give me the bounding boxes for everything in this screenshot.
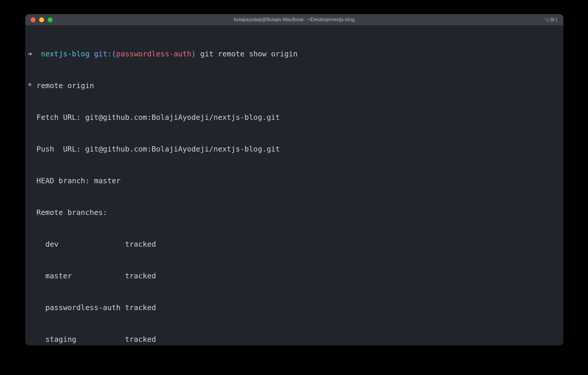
output-line: Push URL: git@github.com:BolajiAyodeji/n…	[25, 144, 563, 154]
pane-shortcut-label: ⌥⌘1	[544, 17, 558, 23]
close-icon[interactable]	[31, 17, 36, 22]
zoom-icon[interactable]	[48, 17, 53, 22]
title-bar: bolajiayodeji@Bolajis-MacBook: ~/Desktop…	[25, 14, 563, 25]
command-text: git remote show origin	[200, 50, 298, 58]
prompt-arrow-icon: ➜	[28, 50, 32, 58]
terminal-area[interactable]: ➜ nextjs-blog git:(passwordless-auth) gi…	[25, 25, 563, 345]
prompt-line: ➜ nextjs-blog git:(passwordless-auth) gi…	[25, 49, 563, 59]
output-line: Fetch URL: git@github.com:BolajiAyodeji/…	[25, 112, 563, 123]
minimize-icon[interactable]	[39, 17, 44, 22]
output-line: Remote branches:	[25, 207, 563, 218]
prompt-directory: nextjs-blog	[41, 50, 90, 58]
window-title: bolajiayodeji@Bolajis-MacBook: ~/Desktop…	[25, 17, 563, 23]
output-line: * remote origin	[25, 80, 563, 91]
prompt-paren-close: )	[191, 50, 196, 58]
output-line: dev tracked	[25, 239, 563, 250]
output-line: passwordless-auth tracked	[25, 302, 563, 313]
prompt-branch: passwordless-auth	[116, 50, 191, 58]
prompt-paren-open: (	[112, 50, 116, 58]
prompt-git-label: git:	[94, 50, 112, 58]
terminal-window: bolajiayodeji@Bolajis-MacBook: ~/Desktop…	[25, 14, 563, 345]
output-line: master tracked	[25, 271, 563, 281]
window-controls	[25, 17, 53, 22]
output-line: HEAD branch: master	[25, 176, 563, 186]
output-line: staging tracked	[25, 334, 563, 345]
